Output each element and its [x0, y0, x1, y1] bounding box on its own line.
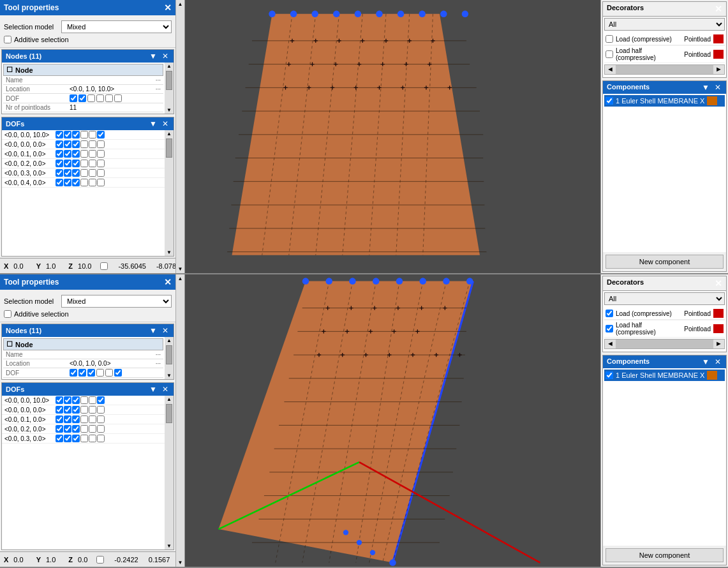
bot-nodes-dropdown-btn[interactable]: ▼ — [148, 326, 158, 335]
top-dofs-scrollbar[interactable]: ▲ ▼ — [165, 130, 174, 256]
top-node-location-row: Location <0.0, 1.0, 10.0> ··· — [3, 85, 163, 94]
top-tool-props-close[interactable]: ✕ — [164, 3, 172, 13]
top-decorator-badge1 — [713, 34, 724, 43]
bot-nodes-close-btn[interactable]: ✕ — [161, 326, 170, 335]
bot-node-location-btn[interactable]: ··· — [156, 360, 161, 367]
top-decorators-content: All Load (compressive) Pointload Load ha… — [603, 17, 726, 77]
top-new-component-btn[interactable]: New component — [605, 255, 724, 269]
top-dof-cb1[interactable] — [70, 94, 77, 102]
bot-new-component-btn[interactable]: New component — [605, 548, 724, 562]
bot-components-dropdown-btn[interactable]: ▼ — [701, 357, 711, 366]
bot-dofs-header: DOFs ▼ ✕ — [2, 383, 174, 396]
top-component-badge — [707, 96, 717, 105]
top-status-checkbox[interactable] — [100, 262, 108, 270]
bot-dof-cb4[interactable] — [96, 369, 104, 377]
bot-decorators-panel: Decorators ✕ All Load (compressive) Poin… — [602, 276, 727, 352]
top-components-header: Components ▼ ✕ — [603, 81, 726, 94]
top-dof-cb3[interactable] — [87, 94, 95, 102]
bot-tool-props-close[interactable]: ✕ — [164, 277, 172, 287]
bot-selection-label: Selection model — [4, 297, 61, 305]
bot-dof-cb3[interactable] — [87, 369, 95, 377]
top-status-bar: X 0.0 Y 1.0 Z 10.0 -35.6045 -8.0786 8.62… — [0, 258, 175, 273]
top-decorator-cb2[interactable] — [605, 50, 613, 58]
top-nodes-close-btn[interactable]: ✕ — [161, 52, 170, 61]
svg-point-98 — [396, 278, 403, 285]
bot-decorators-content: All Load (compressive) Pointload Load ha… — [603, 291, 726, 352]
top-dof-row-6: <0.0, 0.4, 0.0> — [2, 178, 165, 188]
top-selection-label: Selection model — [4, 23, 61, 31]
bot-left-scrollbar[interactable]: ▲ ▼ — [175, 274, 184, 567]
bot-decorator-cb2[interactable] — [605, 325, 613, 333]
bot-tool-props-title: Tool properties — [4, 278, 59, 287]
bot-decorators-header: Decorators ✕ — [603, 276, 726, 291]
top-nodes-scrollbar[interactable]: ▲ ▼ — [165, 63, 174, 114]
svg-point-101 — [466, 278, 473, 285]
top-dofs-close-btn[interactable]: ✕ — [161, 119, 170, 128]
top-decorator-item-1: Load (compressive) Pointload — [604, 33, 725, 45]
bot-nodes-title: Nodes (11) — [6, 327, 41, 334]
top-decorators-all-dropdown[interactable]: All — [604, 18, 725, 31]
bot-status-checkbox[interactable] — [96, 556, 104, 564]
svg-point-27 — [440, 11, 447, 18]
svg-point-24 — [376, 11, 383, 18]
bot-decorator-cb1[interactable] — [605, 310, 613, 317]
top-nodes-header: Nodes (11) ▼ ✕ — [2, 50, 174, 63]
bot-dof-cb5[interactable] — [105, 369, 113, 377]
svg-point-95 — [326, 278, 333, 285]
top-dof-cb4[interactable] — [96, 94, 104, 102]
bot-mesh-svg — [185, 274, 600, 567]
bot-component-cb[interactable] — [605, 371, 613, 379]
bot-additive-checkbox[interactable] — [4, 310, 11, 318]
top-main-viewport[interactable] — [185, 0, 600, 273]
svg-point-94 — [302, 278, 309, 285]
bot-dofs-scrollbar[interactable]: ▲ ▼ — [165, 396, 174, 549]
top-decorator-scrollbar[interactable]: ◄ ► — [604, 64, 725, 75]
bot-dofs-close-btn[interactable]: ✕ — [161, 385, 170, 394]
bot-main-viewport[interactable] — [185, 274, 600, 567]
top-components-dropdown-btn[interactable]: ▼ — [701, 83, 711, 92]
top-mesh-svg — [185, 0, 600, 273]
bot-dofs-content: <0.0, 0.0, 10.0> <0.0, 0.0, 0.0> — [2, 396, 174, 549]
bot-dof-cb2[interactable] — [78, 369, 86, 377]
top-decorators-panel: Decorators ✕ All Load (compressive) Poin… — [602, 1, 727, 78]
svg-point-25 — [397, 11, 405, 18]
top-node-name-row: Name ··· — [3, 76, 163, 85]
bot-tool-props-header: Tool properties ✕ — [0, 274, 175, 290]
bot-dof-cb6[interactable] — [114, 369, 122, 377]
bot-additive-label: Additive selection — [14, 310, 69, 318]
bot-nodes-header: Nodes (11) ▼ ✕ — [2, 324, 174, 337]
top-nodes-dropdown-btn[interactable]: ▼ — [148, 52, 158, 61]
bot-nodes-scrollbar[interactable]: ▲ ▼ — [165, 337, 174, 379]
bot-decorators-close[interactable]: ✕ — [715, 278, 722, 288]
bot-decorators-all-dropdown[interactable]: All — [604, 292, 725, 305]
top-decorators-header: Decorators ✕ — [603, 2, 726, 17]
bot-components-close-btn[interactable]: ✕ — [713, 357, 722, 366]
top-dofs-content: <0.0, 0.0, 10.0> <0.0, 0.0, 0.0> — [2, 130, 174, 256]
top-selection-dropdown[interactable]: Mixed — [61, 20, 172, 33]
top-component-cb[interactable] — [605, 97, 613, 105]
top-node-nr-row: Nr of pointloads 11 — [3, 103, 163, 112]
bot-selection-dropdown[interactable]: Mixed — [61, 295, 172, 308]
top-additive-checkbox[interactable] — [4, 36, 11, 43]
top-dof-cb2[interactable] — [78, 94, 86, 102]
top-decorator-cb1[interactable] — [605, 35, 613, 43]
svg-point-97 — [373, 278, 380, 285]
top-components-close-btn[interactable]: ✕ — [713, 83, 722, 92]
top-dof-cb6[interactable] — [114, 94, 122, 102]
top-right-panel: Decorators ✕ All Load (compressive) Poin… — [600, 0, 728, 273]
bot-status-bar: X 0.0 Y 1.0 Z 0.0 -0.2422 0.1567 -0.0415… — [0, 551, 175, 567]
bot-dofs-dropdown-btn[interactable]: ▼ — [148, 385, 158, 394]
bot-node-section: ☐ Node — [3, 338, 163, 350]
bot-node-name-btn[interactable]: ··· — [156, 351, 161, 358]
top-node-name-btn[interactable]: ··· — [156, 77, 161, 84]
bot-node-location-row: Location <0.0, 1.0, 0.0> ··· — [3, 359, 163, 368]
bot-decorator-scrollbar[interactable]: ◄ ► — [604, 339, 725, 349]
top-node-location-btn[interactable]: ··· — [156, 86, 161, 93]
top-dofs-dropdown-btn[interactable]: ▼ — [148, 119, 158, 128]
top-decorators-close[interactable]: ✕ — [715, 4, 722, 14]
top-additive-label: Additive selection — [14, 36, 69, 43]
bot-dof-cb1[interactable] — [70, 369, 77, 377]
top-left-scrollbar[interactable]: ▲ ▼ — [175, 0, 184, 273]
top-dof-cb5[interactable] — [105, 94, 113, 102]
bot-components-panel: Components ▼ ✕ 1 Euler Shell MEMBRANE X … — [602, 355, 727, 565]
